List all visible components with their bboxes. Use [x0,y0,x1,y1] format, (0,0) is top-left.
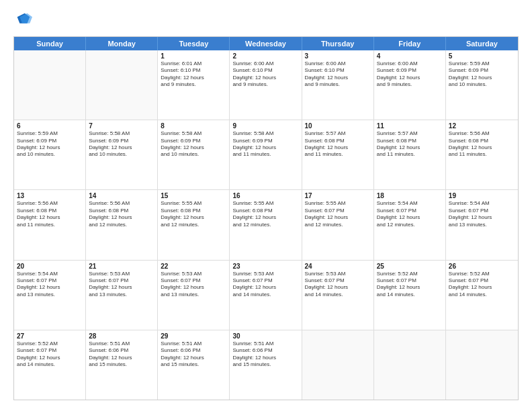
day-number: 21 [89,263,154,270]
day-info: Sunrise: 5:53 AM Sunset: 6:07 PM Dayligh… [305,271,371,299]
calendar-cell: 30Sunrise: 5:51 AM Sunset: 6:06 PM Dayli… [230,330,302,400]
day-info: Sunrise: 5:52 AM Sunset: 6:07 PM Dayligh… [17,340,83,369]
day-info: Sunrise: 5:56 AM Sunset: 6:08 PM Dayligh… [89,200,154,228]
day-info: Sunrise: 6:00 AM Sunset: 6:10 PM Dayligh… [305,60,371,89]
calendar-cell: 27Sunrise: 5:52 AM Sunset: 6:07 PM Dayli… [14,330,86,400]
calendar-cell: 6Sunrise: 5:59 AM Sunset: 6:09 PM Daylig… [14,120,86,189]
day-number: 15 [161,192,226,199]
day-info: Sunrise: 5:51 AM Sunset: 6:06 PM Dayligh… [89,340,154,369]
calendar-cell: 7Sunrise: 5:58 AM Sunset: 6:09 PM Daylig… [86,120,158,189]
day-of-week-header: Thursday [302,37,374,50]
day-number: 28 [89,332,154,340]
calendar-cell: 15Sunrise: 5:55 AM Sunset: 6:08 PM Dayli… [158,190,230,259]
calendar-cell: 25Sunrise: 5:52 AM Sunset: 6:07 PM Dayli… [374,261,446,330]
day-info: Sunrise: 5:58 AM Sunset: 6:09 PM Dayligh… [89,130,154,158]
day-number: 26 [449,263,515,270]
day-info: Sunrise: 5:53 AM Sunset: 6:07 PM Dayligh… [161,271,226,299]
day-info: Sunrise: 5:58 AM Sunset: 6:09 PM Dayligh… [232,130,298,158]
day-number: 14 [89,192,154,199]
calendar-cell: 20Sunrise: 5:54 AM Sunset: 6:07 PM Dayli… [14,261,86,330]
logo-icon [13,11,32,30]
day-info: Sunrise: 5:59 AM Sunset: 6:09 PM Dayligh… [449,60,515,89]
day-number: 17 [305,192,371,199]
day-number: 10 [305,122,371,130]
day-number: 9 [232,122,298,130]
calendar-header: SundayMondayTuesdayWednesdayThursdayFrid… [14,37,518,50]
calendar-cell: 1Sunrise: 6:01 AM Sunset: 6:10 PM Daylig… [158,50,230,120]
day-of-week-header: Sunday [14,37,86,50]
calendar-cell [374,330,446,400]
day-number: 3 [305,52,371,60]
calendar-cell: 10Sunrise: 5:57 AM Sunset: 6:08 PM Dayli… [302,120,374,189]
calendar-week-row: 13Sunrise: 5:56 AM Sunset: 6:08 PM Dayli… [14,190,518,260]
calendar-cell: 23Sunrise: 5:53 AM Sunset: 6:07 PM Dayli… [230,261,302,330]
day-info: Sunrise: 5:57 AM Sunset: 6:08 PM Dayligh… [305,130,371,158]
calendar-cell: 8Sunrise: 5:58 AM Sunset: 6:09 PM Daylig… [158,120,230,189]
day-info: Sunrise: 6:00 AM Sunset: 6:10 PM Dayligh… [232,60,298,89]
calendar-week-row: 1Sunrise: 6:01 AM Sunset: 6:10 PM Daylig… [14,50,518,120]
day-number: 25 [377,263,443,270]
day-info: Sunrise: 5:55 AM Sunset: 6:08 PM Dayligh… [161,200,226,228]
calendar-cell [446,330,518,400]
day-number: 5 [449,52,515,60]
day-of-week-header: Saturday [446,37,518,50]
day-number: 27 [17,332,83,340]
logo [13,11,35,30]
day-number: 11 [377,122,443,130]
day-info: Sunrise: 5:57 AM Sunset: 6:08 PM Dayligh… [377,130,443,158]
day-of-week-header: Friday [374,37,446,50]
day-number: 23 [232,263,298,270]
calendar-cell: 11Sunrise: 5:57 AM Sunset: 6:08 PM Dayli… [374,120,446,189]
calendar-cell: 19Sunrise: 5:54 AM Sunset: 6:07 PM Dayli… [446,190,518,259]
calendar-cell: 24Sunrise: 5:53 AM Sunset: 6:07 PM Dayli… [302,261,374,330]
calendar-cell: 22Sunrise: 5:53 AM Sunset: 6:07 PM Dayli… [158,261,230,330]
day-info: Sunrise: 5:53 AM Sunset: 6:07 PM Dayligh… [89,271,154,299]
day-number: 6 [17,122,83,130]
calendar: SundayMondayTuesdayWednesdayThursdayFrid… [13,36,519,400]
calendar-cell: 12Sunrise: 5:56 AM Sunset: 6:08 PM Dayli… [446,120,518,189]
calendar-week-row: 20Sunrise: 5:54 AM Sunset: 6:07 PM Dayli… [14,261,518,330]
day-number: 2 [232,52,298,60]
day-info: Sunrise: 5:55 AM Sunset: 6:07 PM Dayligh… [305,200,371,228]
calendar-cell: 13Sunrise: 5:56 AM Sunset: 6:08 PM Dayli… [14,190,86,259]
calendar-body: 1Sunrise: 6:01 AM Sunset: 6:10 PM Daylig… [14,50,518,400]
day-info: Sunrise: 5:56 AM Sunset: 6:08 PM Dayligh… [17,200,83,228]
calendar-week-row: 27Sunrise: 5:52 AM Sunset: 6:07 PM Dayli… [14,330,518,400]
day-number: 18 [377,192,443,199]
calendar-week-row: 6Sunrise: 5:59 AM Sunset: 6:09 PM Daylig… [14,120,518,190]
calendar-cell: 26Sunrise: 5:52 AM Sunset: 6:07 PM Dayli… [446,261,518,330]
calendar-cell: 5Sunrise: 5:59 AM Sunset: 6:09 PM Daylig… [446,50,518,120]
day-number: 12 [449,122,515,130]
calendar-cell: 21Sunrise: 5:53 AM Sunset: 6:07 PM Dayli… [86,261,158,330]
day-info: Sunrise: 5:51 AM Sunset: 6:06 PM Dayligh… [232,340,298,369]
day-info: Sunrise: 6:01 AM Sunset: 6:10 PM Dayligh… [161,60,226,89]
calendar-cell: 4Sunrise: 6:00 AM Sunset: 6:09 PM Daylig… [374,50,446,120]
day-number: 16 [232,192,298,199]
day-number: 22 [161,263,226,270]
calendar-cell: 29Sunrise: 5:51 AM Sunset: 6:06 PM Dayli… [158,330,230,400]
day-info: Sunrise: 5:54 AM Sunset: 6:07 PM Dayligh… [377,200,443,228]
day-info: Sunrise: 5:53 AM Sunset: 6:07 PM Dayligh… [232,271,298,299]
day-info: Sunrise: 5:59 AM Sunset: 6:09 PM Dayligh… [17,130,83,158]
day-info: Sunrise: 5:52 AM Sunset: 6:07 PM Dayligh… [377,271,443,299]
calendar-cell: 9Sunrise: 5:58 AM Sunset: 6:09 PM Daylig… [230,120,302,189]
calendar-cell [14,50,86,120]
day-number: 30 [232,332,298,340]
day-number: 19 [449,192,515,199]
day-number: 24 [305,263,371,270]
day-info: Sunrise: 5:51 AM Sunset: 6:06 PM Dayligh… [161,340,226,369]
day-of-week-header: Wednesday [230,37,302,50]
day-info: Sunrise: 6:00 AM Sunset: 6:09 PM Dayligh… [377,60,443,89]
day-info: Sunrise: 5:54 AM Sunset: 6:07 PM Dayligh… [17,271,83,299]
calendar-cell: 18Sunrise: 5:54 AM Sunset: 6:07 PM Dayli… [374,190,446,259]
day-info: Sunrise: 5:56 AM Sunset: 6:08 PM Dayligh… [449,130,515,158]
day-info: Sunrise: 5:52 AM Sunset: 6:07 PM Dayligh… [449,271,515,299]
day-number: 13 [17,192,83,199]
day-info: Sunrise: 5:54 AM Sunset: 6:07 PM Dayligh… [449,200,515,228]
day-info: Sunrise: 5:58 AM Sunset: 6:09 PM Dayligh… [161,130,226,158]
day-of-week-header: Tuesday [158,37,230,50]
calendar-cell [302,330,374,400]
day-number: 29 [161,332,226,340]
page: SundayMondayTuesdayWednesdayThursdayFrid… [0,0,532,411]
calendar-cell: 16Sunrise: 5:55 AM Sunset: 6:08 PM Dayli… [230,190,302,259]
